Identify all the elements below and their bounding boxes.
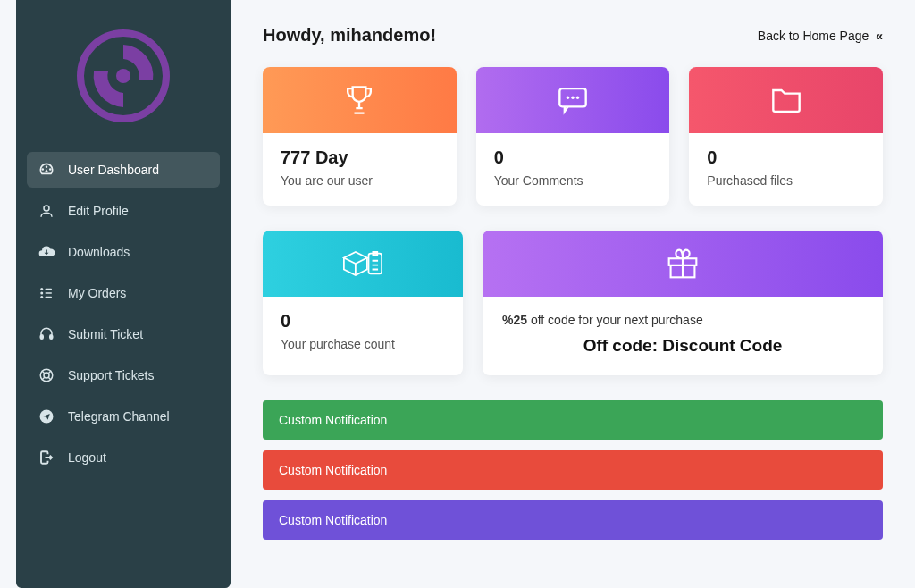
- list-icon: [38, 284, 55, 302]
- promo-header: [483, 231, 883, 297]
- sidebar-item-submit-ticket[interactable]: Submit Ticket: [27, 316, 220, 352]
- folder-icon: [767, 80, 806, 120]
- box-clipboard-icon: [340, 244, 386, 283]
- stat-sub: Purchased files: [707, 173, 865, 188]
- svg-rect-6: [46, 289, 53, 290]
- svg-rect-7: [46, 292, 53, 294]
- logout-icon: [38, 449, 55, 466]
- sidebar-item-label: Logout: [68, 450, 106, 465]
- logo: [27, 18, 220, 152]
- notification-item[interactable]: Custom Notification: [263, 400, 883, 440]
- stat-value: 0: [707, 147, 865, 168]
- promo-percent-line: %25 off code for your next purchase: [502, 313, 863, 327]
- svg-point-21: [576, 97, 579, 99]
- notification-item[interactable]: Custom Notification: [263, 500, 883, 540]
- svg-line-16: [48, 377, 51, 380]
- stat-sub: Your Comments: [494, 173, 652, 188]
- stat-value: 777 Day: [281, 147, 439, 168]
- promo-body: %25 off code for your next purchase Off …: [483, 297, 883, 375]
- sidebar-item-label: My Orders: [68, 286, 126, 300]
- svg-rect-9: [40, 335, 43, 340]
- sidebar-item-label: User Dashboard: [68, 163, 159, 177]
- telegram-icon: [38, 407, 55, 425]
- sidebar-item-user-dashboard[interactable]: User Dashboard: [27, 152, 220, 188]
- svg-point-12: [44, 373, 49, 378]
- logo-circle: [74, 27, 172, 125]
- stat-card-header: [263, 67, 457, 133]
- stat-value: 0: [494, 147, 652, 168]
- stat-card-days: 777 Day You are our user: [263, 67, 457, 206]
- notification-text: Custom Notification: [279, 513, 387, 527]
- header-row: Howdy, mihandemo! Back to Home Page «: [263, 25, 883, 46]
- sidebar: User Dashboard Edit Profile Downloads My…: [16, 0, 231, 588]
- logo-icon: [74, 27, 172, 125]
- svg-line-13: [42, 371, 45, 374]
- stat-card-files: 0 Purchased files: [689, 67, 883, 206]
- stat-card-body: 0 Purchased files: [689, 133, 883, 206]
- lifebuoy-icon: [38, 366, 55, 384]
- sidebar-item-logout[interactable]: Logout: [27, 440, 220, 475]
- stat-card-body: 0 Your purchase count: [263, 297, 463, 369]
- trophy-icon: [340, 80, 379, 120]
- sidebar-item-label: Telegram Channel: [68, 409, 170, 424]
- sidebar-item-edit-profile[interactable]: Edit Profile: [27, 193, 220, 229]
- notifications: Custom Notification Custom Notification …: [263, 400, 883, 540]
- svg-point-5: [40, 296, 43, 298]
- sidebar-item-downloads[interactable]: Downloads: [27, 234, 220, 270]
- back-home-label: Back to Home Page: [758, 29, 869, 43]
- sidebar-item-label: Edit Profile: [68, 204, 129, 218]
- svg-point-20: [571, 97, 574, 99]
- gift-icon: [662, 243, 703, 284]
- sidebar-item-label: Downloads: [68, 245, 130, 259]
- svg-line-15: [42, 377, 45, 380]
- svg-point-4: [40, 292, 43, 295]
- svg-point-1: [116, 69, 130, 83]
- stat-value: 0: [281, 311, 445, 332]
- stat-card-header: [689, 67, 883, 133]
- svg-line-14: [48, 371, 51, 374]
- svg-point-3: [40, 288, 43, 290]
- user-icon: [38, 202, 55, 220]
- svg-rect-10: [50, 335, 53, 340]
- sidebar-item-label: Submit Ticket: [68, 327, 143, 341]
- svg-point-19: [567, 97, 569, 99]
- stat-card-comments: 0 Your Comments: [476, 67, 670, 206]
- promo-suffix: off code for your next purchase: [527, 313, 703, 327]
- svg-point-2: [44, 206, 49, 211]
- stat-sub: You are our user: [281, 173, 439, 188]
- stats-row: 777 Day You are our user 0 Your Comments: [263, 67, 883, 206]
- sidebar-item-my-orders[interactable]: My Orders: [27, 275, 220, 311]
- back-home-link[interactable]: Back to Home Page «: [758, 29, 883, 43]
- promo-percent: %25: [502, 313, 527, 327]
- cloud-download-icon: [38, 243, 55, 261]
- stat-card-header: [476, 67, 670, 133]
- notification-text: Custom Notification: [279, 463, 387, 477]
- notification-item[interactable]: Custom Notification: [263, 450, 883, 490]
- sidebar-item-support-tickets[interactable]: Support Tickets: [27, 357, 220, 393]
- comment-icon: [553, 80, 592, 120]
- stat-card-header: [263, 231, 463, 297]
- stat-card-purchases: 0 Your purchase count: [263, 231, 463, 375]
- dashboard-icon: [38, 161, 55, 179]
- sidebar-item-label: Support Tickets: [68, 368, 155, 382]
- stat-card-body: 0 Your Comments: [476, 133, 670, 206]
- stat-card-body: 777 Day You are our user: [263, 133, 457, 206]
- stat-sub: Your purchase count: [281, 337, 445, 351]
- page-title: Howdy, mihandemo!: [263, 25, 436, 46]
- svg-rect-8: [46, 297, 53, 298]
- promo-card: %25 off code for your next purchase Off …: [483, 231, 883, 375]
- sidebar-item-telegram-channel[interactable]: Telegram Channel: [27, 399, 220, 434]
- headset-icon: [38, 325, 55, 343]
- promo-code-line: Off code: Discount Code: [502, 336, 863, 356]
- main-content: Howdy, mihandemo! Back to Home Page « 77…: [231, 0, 915, 588]
- chevron-left-icon: «: [876, 29, 883, 43]
- notification-text: Custom Notification: [279, 413, 387, 427]
- second-row: 0 Your purchase count %25 off code for y…: [263, 231, 883, 375]
- svg-rect-22: [369, 254, 382, 274]
